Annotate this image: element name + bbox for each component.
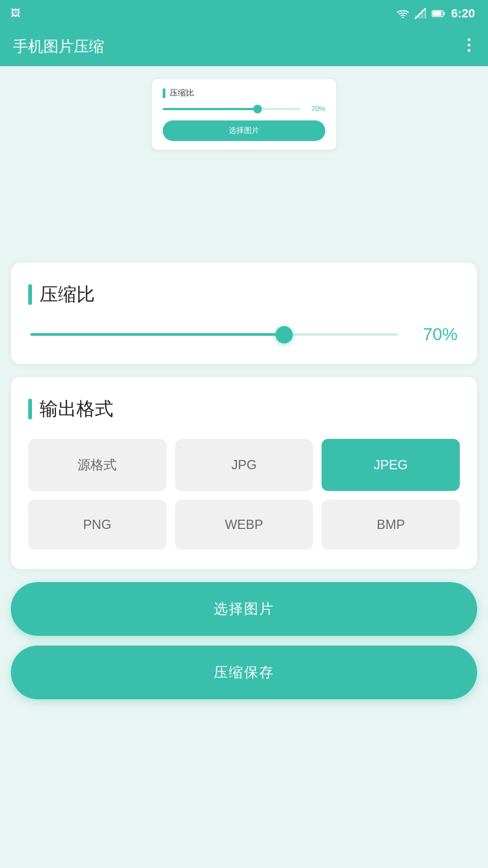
main-content: 压缩比 70% 选择图片 压缩比 70% 输出格式 源格式JPGJPEGPNGW… (0, 66, 488, 582)
mini-select-button[interactable]: 选择图片 (163, 120, 325, 141)
format-card-title: 输出格式 (40, 397, 113, 422)
format-card-header: 输出格式 (28, 397, 460, 422)
compression-card: 压缩比 70% (11, 263, 477, 364)
format-btn-jpg[interactable]: JPG (175, 439, 313, 491)
wifi-icon (397, 9, 409, 18)
svg-point-9 (468, 38, 471, 41)
mini-card-title: 压缩比 (170, 88, 194, 98)
mini-compression-slider[interactable] (163, 108, 300, 110)
format-btn-webp[interactable]: WEBP (175, 500, 313, 550)
svg-point-10 (468, 43, 471, 46)
select-image-button[interactable]: 选择图片 (11, 582, 477, 636)
status-time: 6:20 (451, 7, 475, 21)
compress-save-button[interactable]: 压缩保存 (11, 646, 477, 699)
status-icons: 🖼 6:20 (397, 7, 475, 21)
format-btn-jpeg[interactable]: JPEG (322, 439, 460, 491)
slider-row: 70% (28, 324, 460, 344)
status-bar: 🖼 6:20 (0, 0, 488, 27)
svg-point-11 (468, 49, 471, 52)
format-grid: 源格式JPGJPEGPNGWEBPBMP (28, 439, 460, 550)
format-btn-bmp[interactable]: BMP (322, 500, 460, 550)
toolbar: 手机图片压缩 (0, 27, 488, 66)
mini-accent-bar (163, 88, 165, 98)
svg-rect-8 (433, 11, 441, 16)
compression-slider[interactable] (30, 333, 398, 336)
bottom-buttons: 选择图片 压缩保存 (0, 582, 488, 721)
svg-rect-7 (443, 12, 445, 15)
format-accent-bar (28, 399, 32, 419)
compression-card-header: 压缩比 (28, 282, 460, 307)
mini-card-header: 压缩比 (163, 88, 325, 98)
menu-button[interactable] (463, 33, 475, 61)
format-card: 输出格式 源格式JPGJPEGPNGWEBPBMP (11, 377, 477, 569)
mini-slider-row: 70% (163, 105, 325, 113)
svg-point-0 (402, 17, 404, 18)
format-btn-png[interactable]: PNG (28, 500, 166, 550)
mini-slider-value: 70% (306, 105, 325, 113)
spacer-area (11, 163, 477, 250)
mini-preview-card: 压缩比 70% 选择图片 (152, 79, 336, 150)
signal-icon (414, 8, 426, 20)
battery-icon (432, 9, 446, 18)
format-btn-源格式[interactable]: 源格式 (28, 439, 166, 491)
slider-value: 70% (409, 324, 458, 344)
compression-accent-bar (28, 284, 32, 305)
compression-card-title: 压缩比 (40, 282, 95, 307)
image-icon: 🖼 (11, 8, 21, 19)
toolbar-title: 手机图片压缩 (13, 36, 104, 57)
